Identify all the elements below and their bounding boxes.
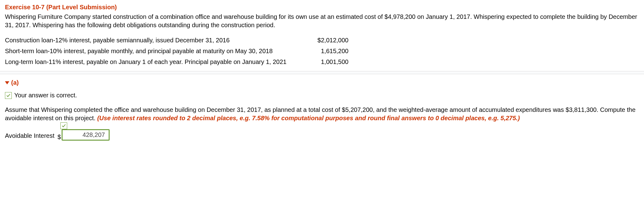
debt-description: Long-term loan-11% interest, payable on … bbox=[5, 57, 311, 67]
avoidable-interest-input[interactable] bbox=[62, 129, 110, 141]
section-divider bbox=[0, 71, 644, 74]
currency-symbol: $ bbox=[58, 134, 61, 141]
collapse-icon bbox=[5, 81, 9, 84]
feedback-row: Your answer is correct. bbox=[5, 92, 639, 99]
feedback-text: Your answer is correct. bbox=[14, 92, 77, 99]
debt-description: Short-term loan-10% interest, payable mo… bbox=[5, 46, 311, 57]
debt-description: Construction loan-12% interest, payable … bbox=[5, 35, 311, 46]
table-row: Construction loan-12% interest, payable … bbox=[5, 35, 348, 46]
debt-table: Construction loan-12% interest, payable … bbox=[5, 35, 348, 67]
check-icon bbox=[5, 92, 12, 99]
answer-row: Avoidable Interest $ bbox=[5, 129, 639, 141]
exercise-intro: Whispering Furniture Company started con… bbox=[5, 13, 639, 29]
debt-amount: 1,615,200 bbox=[311, 46, 348, 57]
part-header[interactable]: (a) bbox=[5, 79, 639, 86]
answer-label: Avoidable Interest bbox=[5, 132, 54, 141]
debt-amount: $2,012,000 bbox=[311, 35, 348, 46]
part-label: (a) bbox=[11, 79, 19, 86]
table-row: Long-term loan-11% interest, payable on … bbox=[5, 57, 348, 67]
exercise-title: Exercise 10-7 (Part Level Submission) bbox=[5, 4, 639, 11]
question-text: Assume that Whispering completed the off… bbox=[5, 106, 639, 122]
table-row: Short-term loan-10% interest, payable mo… bbox=[5, 46, 348, 57]
debt-amount: 1,001,500 bbox=[311, 57, 348, 67]
instruction-text: (Use interest rates rounded to 2 decimal… bbox=[97, 115, 520, 121]
check-icon bbox=[60, 122, 67, 129]
